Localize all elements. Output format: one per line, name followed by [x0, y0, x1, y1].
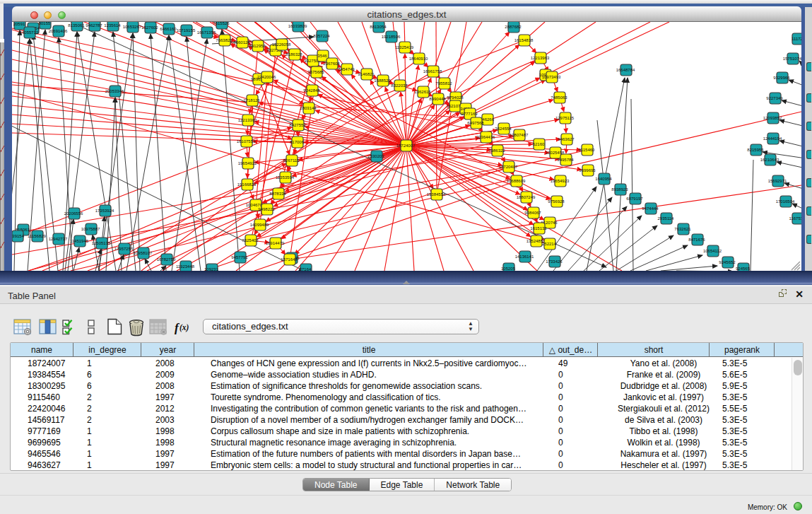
svg-text:9474444: 9474444	[642, 206, 659, 211]
svg-text:7625402: 7625402	[242, 238, 259, 243]
svg-text:12213363: 12213363	[238, 118, 257, 122]
svg-text:9245652: 9245652	[719, 260, 736, 264]
svg-text:6879197: 6879197	[626, 197, 643, 201]
svg-text:19654923: 19654923	[551, 179, 570, 183]
svg-text:11156829: 11156829	[28, 234, 46, 238]
svg-text:18807249: 18807249	[517, 195, 536, 199]
svg-text:12093852: 12093852	[763, 116, 782, 120]
svg-text:9777169: 9777169	[461, 112, 478, 116]
svg-text:20691406: 20691406	[49, 29, 68, 33]
svg-text:11353594: 11353594	[276, 175, 295, 180]
svg-text:16154838: 16154838	[514, 38, 534, 42]
svg-text:16648784: 16648784	[616, 68, 635, 72]
svg-text:2530203: 2530203	[367, 154, 384, 158]
svg-text:9463627: 9463627	[558, 137, 575, 141]
svg-text:8813054: 8813054	[370, 25, 387, 29]
svg-text:10973493: 10973493	[542, 75, 561, 79]
svg-text:9329966: 9329966	[773, 76, 790, 80]
svg-text:11172: 11172	[792, 37, 801, 41]
svg-text:3624554: 3624554	[495, 127, 512, 131]
svg-text:8878334: 8878334	[269, 192, 286, 196]
svg-text:9462787: 9462787	[86, 23, 102, 28]
svg-text:8322037: 8322037	[391, 83, 408, 88]
svg-text:9756928: 9756928	[548, 199, 565, 204]
svg-text:9794028: 9794028	[447, 95, 464, 100]
svg-text:12975115: 12975115	[555, 116, 575, 120]
svg-text:2887682: 2887682	[505, 25, 522, 29]
svg-text:8912954: 8912954	[249, 44, 266, 48]
svg-text:8186328: 8186328	[286, 52, 302, 57]
svg-text:19654922: 19654922	[238, 161, 257, 165]
svg-text:17016504: 17016504	[776, 199, 795, 204]
svg-text:1615132: 1615132	[530, 226, 547, 230]
svg-text:7986322: 7986322	[488, 148, 505, 153]
svg-text:817006: 817006	[290, 140, 305, 144]
svg-text:1588520: 1588520	[374, 78, 391, 83]
svg-text:22420046: 22420046	[257, 75, 276, 79]
svg-text:6466160: 6466160	[160, 27, 177, 31]
svg-text:12505135: 12505135	[92, 241, 111, 245]
svg-text:10958107: 10958107	[134, 251, 153, 255]
svg-text:3675685: 3675685	[307, 70, 324, 74]
svg-text:20053346: 20053346	[105, 89, 124, 93]
svg-text:16914479: 16914479	[266, 241, 285, 245]
svg-text:1571648: 1571648	[281, 257, 298, 262]
svg-text:9498222: 9498222	[258, 207, 275, 211]
svg-text:19218506: 19218506	[382, 35, 401, 39]
svg-text:8471676: 8471676	[688, 238, 705, 242]
svg-text:10975887: 10975887	[81, 227, 100, 231]
svg-text:62160: 62160	[533, 142, 545, 146]
svg-text:9699695: 9699695	[579, 168, 596, 173]
svg-text:18720407: 18720407	[499, 165, 518, 169]
svg-text:8427552: 8427552	[289, 123, 306, 127]
svg-text:16961758: 16961758	[423, 69, 442, 74]
svg-text:9084067: 9084067	[524, 211, 541, 215]
svg-text:10688609: 10688609	[507, 179, 526, 183]
svg-text:18724007: 18724007	[396, 144, 416, 148]
svg-text:9495784: 9495784	[557, 158, 574, 162]
svg-text:15226058: 15226058	[272, 42, 291, 47]
svg-text:9227349: 9227349	[766, 96, 783, 100]
svg-text:1235614: 1235614	[104, 23, 121, 28]
svg-text:8135061: 8135061	[68, 23, 85, 28]
svg-text:10654112: 10654112	[703, 249, 722, 253]
svg-text:8938923: 8938923	[611, 187, 628, 192]
svg-text:14136141: 14136141	[515, 255, 534, 259]
svg-text:2803144: 2803144	[300, 106, 317, 110]
svg-text:3546: 3546	[317, 54, 327, 58]
svg-text:10653267: 10653267	[123, 25, 142, 29]
svg-text:12942737: 12942737	[49, 237, 68, 241]
svg-text:8215955: 8215955	[747, 148, 764, 152]
svg-text:7485063: 7485063	[551, 95, 567, 100]
svg-text:8990448: 8990448	[429, 97, 446, 101]
svg-text:8357224: 8357224	[313, 34, 330, 38]
svg-text:939154: 939154	[12, 234, 25, 238]
svg-text:11451945: 11451945	[70, 239, 89, 243]
svg-text:1640954: 1640954	[595, 177, 612, 181]
svg-text:7955812: 7955812	[435, 81, 452, 86]
svg-text:6497568: 6497568	[467, 121, 484, 125]
svg-text:7515526: 7515526	[213, 22, 230, 25]
svg-text:15751074: 15751074	[783, 57, 801, 61]
svg-text:15692971: 15692971	[768, 179, 787, 183]
svg-text:8660124: 8660124	[233, 40, 250, 45]
svg-text:11923448: 11923448	[176, 264, 195, 269]
svg-text:12213963: 12213963	[531, 56, 550, 60]
svg-text:9146821: 9146821	[358, 72, 375, 76]
svg-text:8454749: 8454749	[338, 67, 355, 71]
svg-text:17353924: 17353924	[95, 209, 114, 213]
svg-text:9457791: 9457791	[231, 255, 248, 259]
svg-text:14099489: 14099489	[250, 223, 269, 227]
svg-text:20591: 20591	[13, 22, 25, 26]
svg-text:2367608: 2367608	[323, 62, 340, 66]
svg-text:10807487: 10807487	[510, 133, 529, 137]
svg-text:16033809: 16033809	[288, 24, 307, 28]
svg-text:1733426: 1733426	[546, 259, 563, 264]
svg-text:1362615: 1362615	[414, 90, 431, 94]
svg-text:9242848: 9242848	[303, 88, 320, 93]
svg-text:14055712: 14055712	[20, 30, 39, 35]
svg-text:20364436: 20364436	[476, 135, 495, 139]
svg-text:1167533: 1167533	[789, 216, 801, 221]
svg-text:17957255: 17957255	[114, 247, 134, 251]
svg-text:7663822: 7663822	[216, 38, 233, 42]
